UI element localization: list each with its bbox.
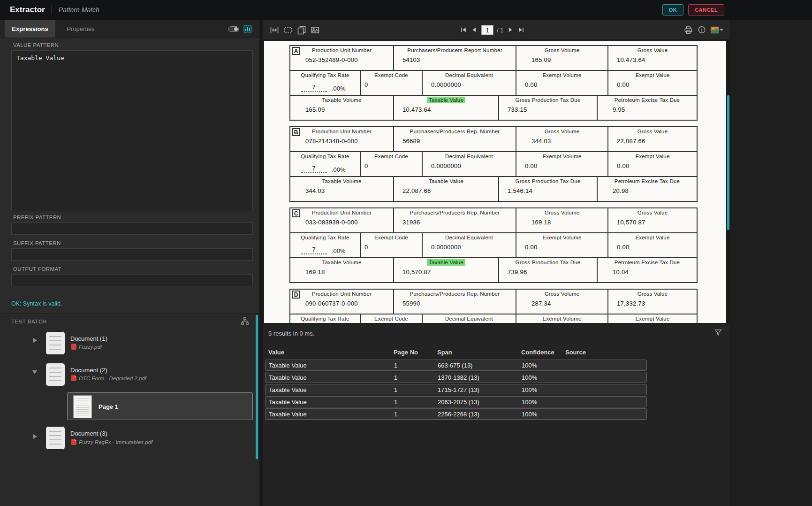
field-value: 052-352489-0-000	[290, 53, 393, 63]
result-row[interactable]: Taxable Value 1 2063-2075 (13) 100%	[265, 396, 647, 407]
field-label: Exempt Value	[608, 314, 697, 322]
field-label: Taxable Value	[394, 177, 498, 184]
value-pattern-editor[interactable]: Taxable Value	[11, 50, 253, 211]
column-header-source[interactable]: Source	[565, 349, 647, 356]
document-name[interactable]: Document (1)	[70, 335, 107, 342]
field-value: 169.18	[290, 265, 393, 276]
filter-funnel-icon[interactable]	[714, 328, 722, 337]
marquee-select-icon[interactable]	[282, 24, 294, 36]
result-row[interactable]: Taxable Value 1 663-675 (13) 100%	[265, 360, 647, 371]
test-batch-scrollbar[interactable]	[256, 315, 258, 459]
page-thumbnail-item[interactable]: Page 1	[67, 392, 253, 420]
field-value: 0	[361, 159, 422, 169]
result-span: 1715-1727 (13)	[438, 386, 522, 393]
document-icon[interactable]	[46, 363, 65, 386]
image-view-icon[interactable]	[309, 24, 321, 36]
form-row: Taxable Volume344.03 Taxable Value22,087…	[290, 176, 697, 201]
form-row: Taxable Volume165.09 Taxable Value10.473…	[290, 95, 697, 120]
highlighted-match[interactable]: Taxable Value	[427, 97, 465, 103]
field-label: Exempt Value	[608, 233, 697, 240]
page-number-input[interactable]	[481, 25, 493, 35]
toggle-icon[interactable]	[228, 26, 239, 32]
field-label: Gross Volume	[516, 127, 607, 134]
form-cell: Exempt Code0	[360, 233, 422, 257]
viewer-scrollbar[interactable]	[727, 40, 730, 324]
viewer-scrollbar-thumb[interactable]	[727, 95, 729, 230]
form-row: Production Unit Number052-352489-0-000 P…	[290, 46, 697, 70]
cancel-button[interactable]: CANCEL	[688, 4, 724, 15]
pages-view-icon[interactable]	[296, 24, 308, 36]
field-value	[608, 322, 697, 323]
result-row[interactable]: Taxable Value 1 1715-1727 (13) 100%	[265, 384, 647, 395]
field-label: Petroleum Excise Tax Due	[598, 258, 697, 265]
field-value: 0.00	[608, 159, 697, 169]
field-label: Exempt Code	[361, 233, 422, 240]
form-cell: Gross Value22,087.66	[607, 127, 697, 151]
field-label: Gross Production Tax Due	[499, 177, 597, 184]
form-cell: Gross Production Tax Due1,546.14	[498, 177, 597, 201]
column-header-page[interactable]: Page No	[394, 349, 437, 356]
form-cell: Qualifying Tax Rate7.00%	[290, 152, 360, 176]
field-label: Qualifying Tax Rate	[290, 233, 360, 240]
form-cell: Qualifying Tax Rate7.00%	[290, 233, 360, 257]
expand-arrow-icon[interactable]	[33, 338, 37, 343]
form-cell: Taxable Value22,087.66	[393, 177, 498, 201]
first-page-icon[interactable]	[460, 26, 467, 34]
document-name[interactable]: Document (3)	[70, 430, 107, 437]
scanned-page[interactable]: A Production Unit Number052-352489-0-000…	[264, 41, 726, 323]
field-value: 10.04	[598, 265, 697, 276]
column-header-value[interactable]: Value	[268, 349, 394, 356]
form-section-a: A Production Unit Number052-352489-0-000…	[289, 45, 698, 121]
form-cell: Decimal Equivalent0.0000000	[422, 71, 516, 95]
next-page-icon[interactable]	[507, 26, 514, 34]
result-row[interactable]: Taxable Value 1 1370-1382 (13) 100%	[265, 372, 647, 383]
field-value: 169.18	[516, 215, 607, 226]
info-icon[interactable]	[698, 26, 706, 34]
form-cell: Taxable Volume169.18	[290, 258, 393, 282]
result-confidence: 100%	[522, 386, 566, 393]
document-icon[interactable]	[46, 331, 65, 355]
tab-expressions[interactable]: Expressions	[5, 20, 55, 38]
field-label: Gross Value	[608, 208, 697, 215]
prev-page-icon[interactable]	[471, 26, 478, 34]
suffix-pattern-input[interactable]	[11, 248, 253, 261]
fit-width-icon[interactable]	[268, 24, 281, 36]
image-options-icon[interactable]	[711, 26, 723, 33]
field-value: 22,087.66	[394, 184, 498, 194]
field-label: Gross Production Tax Due	[499, 96, 597, 103]
document-filename: OTC Form - Degraded 2.pdf	[79, 376, 146, 381]
document-icon[interactable]	[46, 426, 65, 450]
ok-button[interactable]: OK	[662, 4, 684, 15]
form-section-c: C Production Unit Number033-083939-0-000…	[289, 207, 698, 283]
column-header-confidence[interactable]: Confidence	[521, 349, 565, 356]
tab-properties[interactable]: Properties	[55, 20, 106, 38]
rate-number: 7	[301, 246, 327, 254]
last-page-icon[interactable]	[517, 26, 525, 34]
result-span: 2063-2075 (13)	[438, 399, 522, 406]
viewer-output-tools	[684, 25, 723, 34]
form-cell: Exempt Code0	[360, 152, 422, 176]
column-header-span[interactable]: Span	[437, 349, 521, 356]
field-label: Production Unit Number	[290, 208, 393, 215]
form-cell: Qualifying Tax Rate7.00%	[290, 71, 360, 95]
result-value: Taxable Value	[269, 362, 394, 369]
print-icon[interactable]	[684, 25, 693, 34]
output-format-input[interactable]	[11, 274, 253, 286]
panel-splitter[interactable]	[259, 20, 263, 506]
page-thumbnail-lines	[76, 398, 89, 416]
collapse-arrow-icon[interactable]	[32, 370, 37, 374]
field-value: 0.00	[608, 78, 697, 88]
page-count-label: / 1	[497, 26, 503, 33]
prefix-pattern-input[interactable]	[11, 222, 253, 235]
field-label: Exempt Volume	[516, 314, 607, 322]
result-span: 663-675 (13)	[438, 362, 522, 369]
result-page: 1	[394, 411, 438, 418]
expand-arrow-icon[interactable]	[33, 434, 37, 439]
batch-tree-icon[interactable]	[241, 317, 249, 325]
results-summary: 5 results in 0 ms.	[268, 330, 314, 337]
highlighted-match[interactable]: Taxable Value	[427, 259, 465, 266]
result-row[interactable]: Taxable Value 1 2256-2268 (13) 100%	[265, 408, 647, 420]
statistics-icon[interactable]	[243, 25, 252, 33]
form-cell: Exempt Code0	[360, 71, 422, 95]
document-name[interactable]: Document (2)	[70, 367, 107, 374]
